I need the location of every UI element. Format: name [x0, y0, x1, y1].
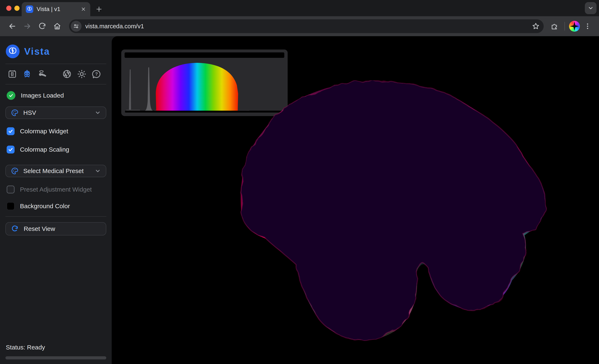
preset-adjustment-checkbox-row: Preset Adjustment Widget — [7, 186, 105, 194]
aperture-icon[interactable] — [61, 68, 73, 80]
divider — [5, 216, 106, 217]
colormap-select-value: HSV — [23, 109, 90, 116]
refresh-icon — [11, 225, 19, 232]
brain-logo-icon — [6, 44, 19, 58]
tab-close-icon[interactable] — [81, 7, 86, 12]
bookmark-star-icon[interactable] — [532, 22, 540, 30]
divider — [5, 84, 106, 84]
app-title: Vista — [24, 46, 50, 57]
xray-bone-icon[interactable] — [6, 68, 18, 80]
sun-icon[interactable] — [76, 68, 88, 80]
background-color-swatch[interactable] — [7, 202, 15, 210]
status-text: Status: Ready — [6, 344, 106, 351]
home-icon[interactable] — [51, 20, 64, 33]
checkbox-checked-icon[interactable] — [7, 146, 15, 153]
url-bar[interactable]: vista.marceda.com/v1 — [69, 19, 544, 33]
toolbar-divider — [564, 22, 565, 31]
colormap-scaling-checkbox-row[interactable]: Colormap Scaling — [7, 146, 105, 153]
browser-tab[interactable]: Vista | v1 — [22, 2, 90, 16]
check-circle-icon — [7, 91, 15, 100]
histogram-spike — [145, 67, 153, 111]
render-viewport[interactable] — [112, 36, 599, 364]
forward-arrow-icon[interactable] — [21, 20, 34, 33]
new-tab-button[interactable] — [94, 4, 104, 14]
site-settings-tune-icon[interactable] — [71, 21, 81, 32]
checkbox-unchecked-icon — [7, 186, 15, 194]
extensions-puzzle-icon[interactable] — [549, 20, 560, 33]
brain-favicon-icon — [26, 5, 33, 13]
tab-title: Vista | v1 — [37, 6, 77, 12]
ribcage-icon[interactable] — [21, 68, 33, 80]
app-logo: Vista — [6, 44, 106, 58]
tab-search-chevron-button[interactable] — [585, 2, 597, 14]
kebab-menu-icon[interactable] — [582, 20, 593, 33]
background-color-label: Background Color — [20, 203, 70, 210]
modality-toolbar: ? — [5, 64, 106, 84]
colormap-scaling-label: Colormap Scaling — [20, 146, 69, 153]
colormap-widget-titlebar[interactable] — [124, 53, 284, 58]
sidebar-footer: Status: Ready — [5, 344, 106, 359]
browser-toolbar: vista.marceda.com/v1 — [0, 16, 599, 36]
preset-adjustment-label: Preset Adjustment Widget — [20, 186, 92, 193]
url-text[interactable]: vista.marceda.com/v1 — [85, 23, 528, 30]
colormap-dome[interactable] — [156, 63, 238, 111]
app-page: Vista — [0, 36, 599, 364]
palette-icon — [11, 109, 19, 117]
sidebar: Vista — [0, 36, 112, 364]
images-loaded-status: Images Loaded — [7, 91, 105, 100]
colormap-select[interactable]: HSV — [5, 107, 106, 119]
svg-text:?: ? — [95, 71, 98, 77]
window-close-button[interactable] — [6, 6, 11, 11]
images-loaded-label: Images Loaded — [21, 92, 64, 99]
progress-bar — [5, 356, 106, 359]
reset-view-button[interactable]: Reset View — [5, 222, 106, 235]
palette-icon — [11, 167, 19, 175]
brain-render[interactable] — [237, 80, 548, 345]
reload-icon[interactable] — [36, 20, 49, 33]
checkbox-checked-icon[interactable] — [7, 127, 15, 135]
window-minimize-button[interactable] — [14, 6, 19, 11]
medical-preset-select[interactable]: Select Medical Preset — [5, 165, 106, 177]
browser-tab-strip: Vista | v1 — [0, 0, 599, 16]
colormap-widget-checkbox-row[interactable]: Colormap Widget — [7, 127, 105, 135]
colormap-widget-label: Colormap Widget — [20, 128, 68, 135]
background-color-row[interactable]: Background Color — [7, 202, 105, 210]
avatar-star-shape — [570, 22, 579, 31]
chevron-down-icon — [95, 110, 101, 116]
medical-preset-select-value: Select Medical Preset — [23, 168, 90, 175]
joint-icon[interactable] — [36, 68, 48, 80]
reset-view-label: Reset View — [24, 225, 55, 232]
chevron-down-icon — [95, 168, 101, 174]
histogram-spike — [129, 70, 131, 111]
help-icon[interactable]: ? — [91, 68, 103, 80]
histogram-base-noise — [126, 110, 140, 111]
back-arrow-icon[interactable] — [6, 20, 19, 33]
profile-avatar[interactable] — [569, 21, 580, 32]
